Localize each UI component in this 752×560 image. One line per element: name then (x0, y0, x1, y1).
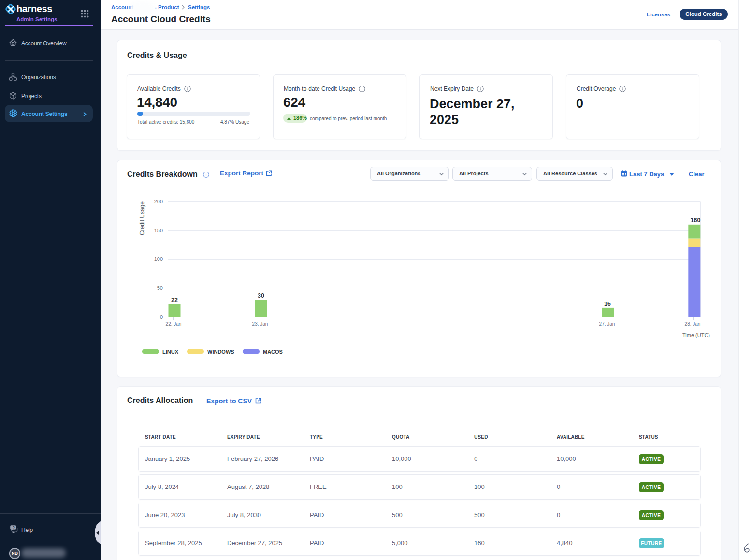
svg-text:28. Jan: 28. Jan (685, 321, 701, 327)
svg-text:100: 100 (154, 256, 163, 262)
svg-text:22. Jan: 22. Jan (166, 321, 182, 327)
svg-text:LINUX: LINUX (162, 349, 179, 355)
svg-text:150: 150 (154, 228, 163, 233)
svg-text:Time (UTC): Time (UTC) (682, 332, 710, 338)
svg-text:MACOS: MACOS (263, 349, 283, 355)
svg-text:WINDOWS: WINDOWS (207, 349, 234, 355)
svg-text:22: 22 (171, 297, 178, 303)
svg-text:200: 200 (154, 199, 163, 204)
svg-text:160: 160 (691, 217, 701, 224)
svg-text:Credit Usage: Credit Usage (139, 201, 145, 235)
svg-text:23. Jan: 23. Jan (252, 321, 268, 327)
svg-text:27. Jan: 27. Jan (599, 321, 615, 327)
svg-text:50: 50 (157, 285, 163, 291)
svg-text:?: ? (13, 525, 15, 530)
svg-text:30: 30 (258, 292, 264, 299)
svg-text:0: 0 (160, 314, 163, 320)
svg-text:16: 16 (604, 301, 611, 307)
